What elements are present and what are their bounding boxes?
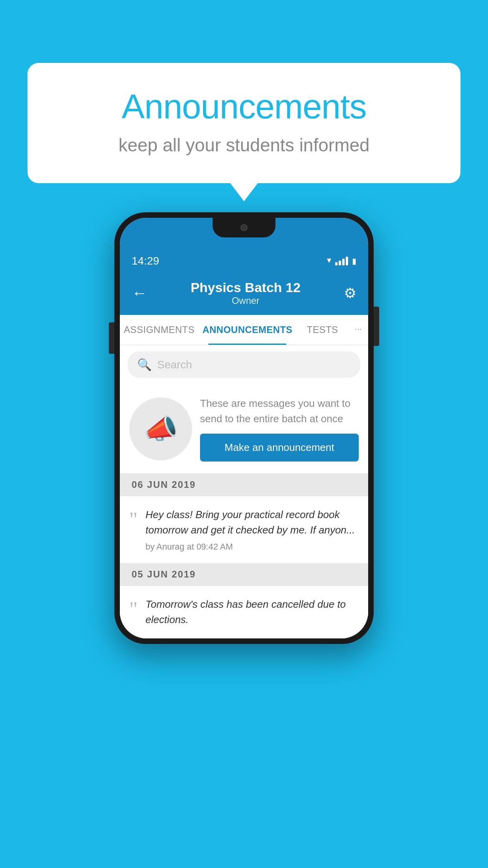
content-area: 🔍 Search 📣 These are messages you want t… [120,345,368,638]
tab-announcements[interactable]: ANNOUNCEMENTS [198,315,296,345]
speech-bubble-title: Announcements [59,86,429,127]
promo-section: 📣 These are messages you want to send to… [120,384,368,474]
wifi-signal-icon: ▾ [327,257,331,265]
phone-mockup: 14:29 ▾ ▮ ← Phy [114,212,374,644]
cell-signal-icon [335,257,348,265]
battery-icon: ▮ [352,256,356,266]
speech-bubble-section: Announcements keep all your students inf… [28,63,460,183]
app-header: ← Physics Batch 12 Owner ⚙ [120,273,368,315]
tab-assignments[interactable]: ASSIGNMENTS [120,315,198,345]
search-placeholder: Search [157,359,192,371]
search-icon: 🔍 [137,358,152,371]
status-time: 14:29 [132,255,159,267]
megaphone-icon-circle: 📣 [129,397,192,460]
phone-screen: 14:29 ▾ ▮ ← Phy [120,218,368,638]
tab-tests[interactable]: TESTS [296,315,349,345]
header-center: Physics Batch 12 Owner [191,280,301,306]
tabs-container: ASSIGNMENTS ANNOUNCEMENTS TESTS ··· [120,315,368,345]
announcement-item-2[interactable]: " Tomorrow's class has been cancelled du… [120,586,368,638]
make-announcement-button[interactable]: Make an announcement [200,434,359,462]
status-bar: 14:29 ▾ ▮ [120,249,368,273]
date-separator-jun6: 06 JUN 2019 [120,474,368,496]
announcement-meta-1: by Anurag at 09:42 AM [145,542,359,552]
camera [240,224,248,231]
status-icons: ▾ ▮ [327,256,356,266]
quote-icon-1: " [129,509,138,530]
date-separator-jun5: 05 JUN 2019 [120,563,368,586]
settings-gear-icon[interactable]: ⚙ [344,285,356,302]
announcement-text-1: Hey class! Bring your practical record b… [145,507,359,538]
announcement-text-2: Tomorrow's class has been cancelled due … [145,597,359,627]
quote-icon-2: " [129,599,138,620]
announcement-item-1[interactable]: " Hey class! Bring your practical record… [120,496,368,563]
megaphone-icon: 📣 [144,413,178,445]
speech-bubble: Announcements keep all your students inf… [28,63,460,183]
search-bar-wrapper: 🔍 Search [120,345,368,384]
back-button[interactable]: ← [132,284,147,302]
notch-area [120,218,368,249]
owner-label: Owner [191,295,301,306]
promo-description: These are messages you want to send to t… [200,396,359,427]
notch [213,218,275,237]
phone-outer-shell: 14:29 ▾ ▮ ← Phy [114,212,374,644]
promo-right: These are messages you want to send to t… [200,396,359,462]
announcement-content-1: Hey class! Bring your practical record b… [145,507,359,552]
batch-title: Physics Batch 12 [191,280,301,295]
speech-bubble-subtitle: keep all your students informed [59,134,429,156]
search-bar[interactable]: 🔍 Search [128,351,360,378]
tab-more[interactable]: ··· [349,315,368,345]
announcement-content-2: Tomorrow's class has been cancelled due … [145,597,359,627]
